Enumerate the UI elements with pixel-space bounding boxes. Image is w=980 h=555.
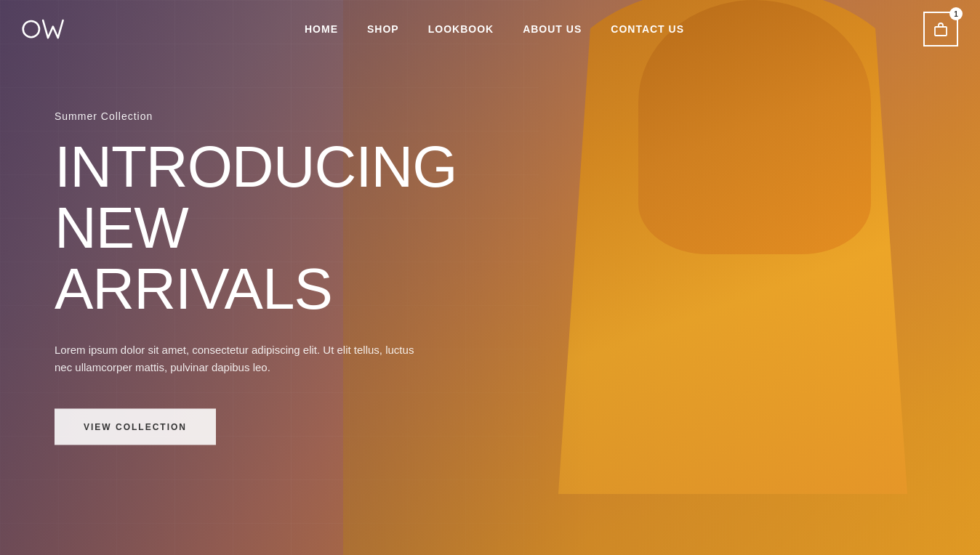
nav-item-home[interactable]: HOME [305,23,338,35]
nav-item-about[interactable]: ABOUT US [523,23,582,35]
svg-rect-1 [935,27,947,36]
hero-content: Summer Collection INTRODUCING NEW ARRIVA… [55,110,476,445]
navbar: HOME SHOP LOOKBOOK ABOUT US CONTACT US 1 [0,0,980,58]
nav-item-lookbook[interactable]: LOOKBOOK [428,23,494,35]
hero-title-line2: NEW ARRIVALS [55,195,332,321]
logo-icon [22,7,65,51]
logo[interactable] [22,7,65,51]
nav-item-contact[interactable]: CONTACT US [611,23,684,35]
cart-button[interactable]: 1 [923,12,958,46]
hero-title-line1: INTRODUCING [55,134,457,199]
logo-svg [22,13,65,46]
hero-description: Lorem ipsum dolor sit amet, consectetur … [55,341,425,376]
collection-label: Summer Collection [55,110,476,122]
svg-point-0 [23,20,39,36]
view-collection-button[interactable]: VIEW COLLECTION [55,409,216,445]
cart-badge: 1 [949,7,963,20]
cart-icon [933,21,949,37]
hero-title: INTRODUCING NEW ARRIVALS [55,137,476,320]
nav-item-shop[interactable]: SHOP [367,23,399,35]
nav-links: HOME SHOP LOOKBOOK ABOUT US CONTACT US [305,23,684,35]
hero-section: HOME SHOP LOOKBOOK ABOUT US CONTACT US 1… [0,0,980,555]
